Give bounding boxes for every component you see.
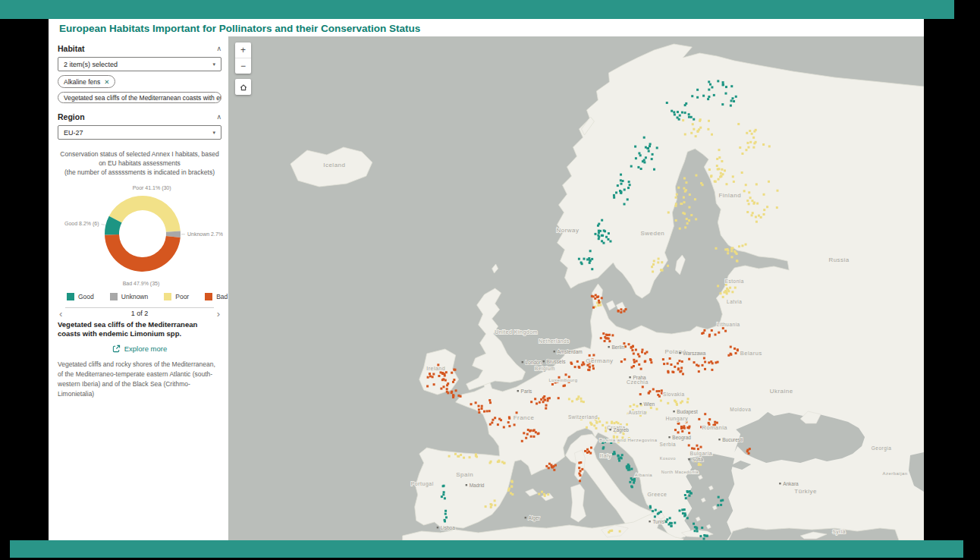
- habitat-dot: [646, 147, 649, 149]
- habitat-dot: [514, 423, 516, 426]
- donut-slice-label: Bad 47.9% (35): [123, 281, 160, 287]
- habitat-dot: [697, 448, 699, 450]
- habitat-dot: [730, 354, 732, 356]
- habitat-dot: [452, 394, 454, 396]
- habitat-dot: [501, 461, 504, 463]
- habitat-dot: [663, 363, 665, 365]
- habitat-dot: [746, 200, 749, 202]
- habitat-dot: [756, 203, 759, 205]
- habitat-dot: [691, 447, 693, 449]
- donut-chart[interactable]: Poor 41.1% (30)Unknown 2.7% (2)Bad 47.9%…: [58, 178, 223, 290]
- europe-map[interactable]: IcelandNorwaySwedenFinlandRussiaEstoniaL…: [228, 36, 924, 540]
- map-city-label: Ankara: [783, 481, 799, 486]
- habitat-dot: [763, 193, 765, 196]
- habitat-dot: [649, 358, 652, 360]
- habitat-dot: [443, 491, 445, 493]
- legend-swatch: [205, 293, 212, 300]
- collapse-icon[interactable]: ∧: [216, 45, 221, 52]
- habitat-dot: [747, 146, 749, 149]
- habitat-dot: [426, 385, 429, 388]
- habitat-dot: [686, 491, 689, 493]
- legend-item-poor[interactable]: Poor: [164, 293, 189, 300]
- legend-item-good[interactable]: Good: [67, 293, 94, 300]
- habitat-dot: [758, 215, 760, 217]
- habitat-dot: [652, 153, 654, 156]
- habitat-dot: [720, 499, 722, 502]
- habitat-dot: [724, 330, 727, 332]
- map-city-label: Amsterdam: [558, 349, 583, 354]
- collapse-icon[interactable]: ∧: [216, 113, 221, 121]
- habitat-dot: [752, 146, 755, 149]
- region-select[interactable]: EU-27 ▾: [58, 125, 221, 140]
- habitat-dot: [641, 351, 643, 354]
- habitat-chip[interactable]: Vegetated sea cliffs of the Mediterranea…: [58, 92, 221, 103]
- map-container: IcelandNorwaySwedenFinlandRussiaEstoniaL…: [228, 36, 924, 540]
- habitat-dot: [674, 114, 676, 116]
- habitat-dot: [547, 400, 549, 402]
- zoom-in-button[interactable]: +: [235, 42, 251, 58]
- habitat-dot: [719, 292, 721, 294]
- habitat-dot: [658, 258, 660, 260]
- habitat-dot: [650, 407, 652, 409]
- habitat-dot: [697, 365, 699, 367]
- habitat-dot: [708, 120, 710, 122]
- home-button[interactable]: [235, 79, 251, 95]
- habitat-dot: [623, 203, 626, 206]
- city-marker: [525, 517, 526, 518]
- habitat-dot: [453, 369, 455, 371]
- habitat-select[interactable]: 2 item(s) selected ▾: [58, 57, 221, 71]
- habitat-dot: [693, 523, 695, 525]
- region-section-header[interactable]: Region ∧: [58, 112, 221, 121]
- habitat-dot: [649, 505, 652, 508]
- habitat-dot: [741, 153, 743, 155]
- habitat-dot: [538, 493, 540, 496]
- map-city-label: Lisboa: [441, 525, 455, 530]
- habitat-dot: [684, 512, 686, 514]
- habitat-dot: [692, 123, 694, 125]
- habitat-dot: [441, 372, 444, 374]
- habitat-dot: [611, 334, 614, 336]
- prev-page-icon[interactable]: ‹: [59, 309, 62, 319]
- habitat-dot: [691, 95, 693, 97]
- habitat-dot: [674, 429, 677, 431]
- habitat-dot: [609, 241, 611, 243]
- habitat-dot: [490, 461, 492, 463]
- map-city-label: Berlin: [611, 344, 624, 350]
- habitat-dot: [457, 455, 459, 458]
- habitat-dot: [717, 504, 719, 506]
- explore-more-link[interactable]: Explore more: [58, 344, 221, 353]
- legend-item-bad[interactable]: Bad: [205, 293, 228, 300]
- habitat-dot: [494, 417, 496, 419]
- habitat-dot: [510, 492, 512, 495]
- habitat-section-header[interactable]: Habitat ∧: [58, 44, 221, 53]
- habitat-dot: [597, 234, 599, 237]
- habitat-dot: [642, 349, 644, 351]
- habitat-dot: [731, 291, 733, 293]
- map-city-label: Sofia: [692, 457, 703, 462]
- habitat-dot: [532, 436, 535, 438]
- next-page-icon[interactable]: ›: [217, 309, 220, 319]
- legend-item-unknown[interactable]: Unknown: [110, 293, 148, 300]
- habitat-dot: [722, 83, 724, 86]
- chip-remove-icon[interactable]: ✕: [104, 78, 109, 86]
- habitat-dot: [523, 432, 525, 434]
- donut-slice-bad[interactable]: [105, 234, 181, 272]
- habitat-dot: [638, 153, 640, 155]
- habitat-dot: [442, 385, 444, 388]
- map-country-label: Georgia: [872, 445, 892, 451]
- habitat-dot: [721, 160, 723, 162]
- habitat-dot: [684, 226, 686, 228]
- habitat-dot: [735, 96, 737, 98]
- habitat-dot: [451, 392, 453, 394]
- habitat-dot: [727, 252, 729, 254]
- habitat-dot: [621, 454, 623, 456]
- habitat-dot: [571, 400, 573, 402]
- habitat-dot: [576, 398, 578, 401]
- zoom-out-button[interactable]: −: [235, 58, 251, 74]
- habitat-chip[interactable]: Alkaline fens ✕: [58, 75, 115, 88]
- habitat-dot: [441, 379, 444, 381]
- habitat-dot: [702, 332, 705, 334]
- map-country-label: Bulgaria: [690, 451, 713, 457]
- habitat-dot: [494, 504, 496, 506]
- habitat-dot: [612, 453, 614, 455]
